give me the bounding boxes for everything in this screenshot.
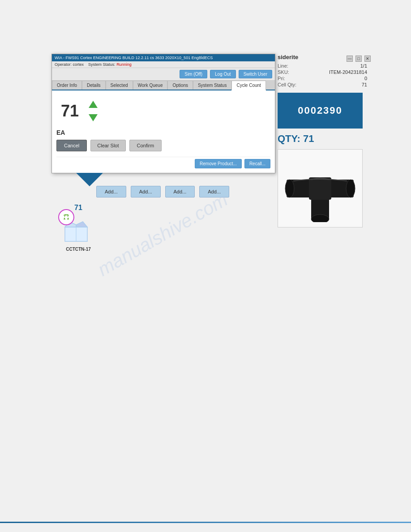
remove-product-button[interactable]: Remove Product... xyxy=(195,159,242,168)
recycle-icon xyxy=(58,209,74,225)
tabs-bar: Order Info Details Selected Work Queue O… xyxy=(52,81,275,90)
product-image xyxy=(278,149,363,227)
tab-cycle-count[interactable]: Cycle Count xyxy=(231,81,265,90)
tab-order-info[interactable]: Order Info xyxy=(52,81,82,90)
svg-marker-0 xyxy=(89,101,98,108)
tab-options[interactable]: Options xyxy=(167,81,193,90)
line-value: 1/1 xyxy=(315,63,367,69)
operator-bar: Operator: cortex System Status: Running xyxy=(52,61,275,68)
tab-system-status[interactable]: System Status xyxy=(193,81,231,90)
svg-point-10 xyxy=(311,215,329,222)
tab-details[interactable]: Details xyxy=(82,81,106,90)
bottom-line xyxy=(0,522,411,523)
qty-down-arrow[interactable] xyxy=(88,112,98,123)
add-button-4[interactable]: Add... xyxy=(199,186,229,197)
qty-section: 71 xyxy=(56,95,270,127)
operator-name: cortex xyxy=(73,62,84,67)
cell-qty-value: 71 xyxy=(315,82,367,87)
quantity-display: 71 xyxy=(56,102,83,120)
pri-label: Pri: xyxy=(278,76,311,81)
barcode-display: 0002390 xyxy=(278,93,363,129)
cell-qty-label: Cell Qty: xyxy=(278,82,311,87)
operator-label: Operator: xyxy=(55,62,72,67)
sim-button[interactable]: Sim (Off) xyxy=(180,70,207,78)
window-title: WIA - FWS91 Cortex ENGINEERING BUILD 12.… xyxy=(55,56,213,60)
secondary-buttons: Remove Product... Recall... xyxy=(56,157,270,168)
item-qty-label: 71 xyxy=(74,204,82,212)
window-toolbar: Sim (Off) Log Out Switch User xyxy=(52,68,275,81)
svg-point-9 xyxy=(346,180,355,197)
pipe-tee-icon xyxy=(284,155,356,222)
sidebar-product-title: siderite xyxy=(278,54,367,60)
svg-marker-1 xyxy=(89,114,98,121)
watermark: manualshive.com xyxy=(94,189,231,281)
confirm-button[interactable]: Confirm xyxy=(129,140,162,151)
action-buttons: Cancel Clear Slot Confirm xyxy=(56,136,270,155)
svg-point-8 xyxy=(285,180,294,197)
cancel-button[interactable]: Cancel xyxy=(56,140,87,151)
system-status-value: Running xyxy=(116,62,132,67)
add-button-2[interactable]: Add... xyxy=(131,186,161,197)
tab-work-queue[interactable]: Work Queue xyxy=(133,81,168,90)
add-buttons-row: Add... Add... Add... Add... xyxy=(96,186,229,197)
sku-label: SKU: xyxy=(278,69,311,75)
item-sku-label: CCTCTN-17 xyxy=(66,247,91,252)
window-content: 71 EA Cancel Clear Slot Confirm xyxy=(52,90,275,173)
qty-arrows xyxy=(88,99,98,123)
right-sidebar: siderite Line: 1/1 SKU: ITEM-204231814 P… xyxy=(278,54,367,227)
barcode-value: 0002390 xyxy=(298,105,342,116)
switch-user-button[interactable]: Switch User xyxy=(239,70,272,78)
item-display: 71 CCTCTN-17 xyxy=(63,204,94,252)
line-label: Line: xyxy=(278,63,311,69)
clear-slot-button[interactable]: Clear Slot xyxy=(90,140,125,151)
triangle-pointer xyxy=(76,173,103,186)
main-window: WIA - FWS91 Cortex ENGINEERING BUILD 12.… xyxy=(51,54,275,173)
logout-button[interactable]: Log Out xyxy=(210,70,236,78)
recall-button[interactable]: Recall... xyxy=(244,159,270,168)
sidebar-qty-display: QTY: 71 xyxy=(278,133,367,145)
svg-rect-7 xyxy=(309,177,331,200)
sidebar-info: Line: 1/1 SKU: ITEM-204231814 Pri: 0 Cel… xyxy=(278,63,367,87)
titlebar: WIA - FWS91 Cortex ENGINEERING BUILD 12.… xyxy=(52,54,275,61)
tab-selected[interactable]: Selected xyxy=(106,81,133,90)
pri-value: 0 xyxy=(315,76,367,81)
item-icon-container xyxy=(63,214,94,245)
add-button-3[interactable]: Add... xyxy=(165,186,195,197)
system-status-label: System Status: xyxy=(88,62,116,67)
add-button-1[interactable]: Add... xyxy=(96,186,126,197)
qty-up-arrow[interactable] xyxy=(88,99,98,110)
sku-value: ITEM-204231814 xyxy=(315,69,367,75)
qty-unit: EA xyxy=(56,129,270,136)
